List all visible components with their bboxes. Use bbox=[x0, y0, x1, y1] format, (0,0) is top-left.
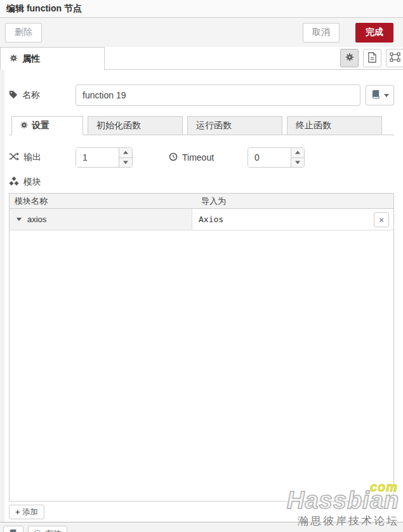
function-tabs: 设置 初始化函数 运行函数 终止函数 bbox=[9, 116, 394, 135]
outputs-spin-buttons bbox=[119, 148, 132, 167]
tag-icon bbox=[9, 90, 18, 101]
outputs-decrement-button[interactable] bbox=[119, 158, 132, 168]
tab-run-function[interactable]: 运行函数 bbox=[187, 116, 282, 135]
valid-indicator[interactable]: 有效 bbox=[28, 526, 67, 532]
book-icon bbox=[9, 529, 18, 532]
label-options-button[interactable] bbox=[366, 85, 394, 105]
done-button[interactable]: 完成 bbox=[355, 23, 393, 43]
module-name-value: axios bbox=[27, 215, 46, 224]
tab-setup-label: 设置 bbox=[32, 120, 50, 131]
library-button[interactable] bbox=[3, 526, 23, 532]
module-name-select[interactable]: axios bbox=[10, 209, 192, 230]
outputs-timeout-row: 输出 Timeout bbox=[9, 147, 394, 168]
outputs-input[interactable] bbox=[76, 148, 119, 167]
outputs-increment-button[interactable] bbox=[119, 148, 132, 158]
gear-icon bbox=[20, 121, 28, 131]
tab-stop-function[interactable]: 终止函数 bbox=[287, 116, 382, 135]
name-label: 名称 bbox=[9, 90, 76, 101]
gear-icon bbox=[345, 53, 354, 63]
dialog-title: 编辑 function 节点 bbox=[0, 0, 403, 18]
tray-edge-strip bbox=[0, 70, 4, 522]
tab-init-function[interactable]: 初始化函数 bbox=[88, 116, 183, 135]
shuffle-icon bbox=[9, 152, 19, 163]
chevron-down-icon bbox=[384, 94, 389, 97]
remove-module-button[interactable]: × bbox=[374, 212, 389, 227]
document-icon bbox=[367, 52, 377, 65]
name-row: 名称 bbox=[9, 84, 394, 106]
module-list-header: 模块名称 导入为 bbox=[10, 194, 393, 209]
timeout-spin-buttons bbox=[291, 148, 304, 167]
modules-section-label: 模块 bbox=[9, 176, 394, 189]
column-module-name: 模块名称 bbox=[10, 196, 192, 207]
cancel-button[interactable]: 取消 bbox=[303, 23, 340, 43]
selection-box-icon bbox=[390, 52, 400, 64]
gear-icon bbox=[10, 54, 18, 64]
timeout-stepper bbox=[248, 147, 305, 168]
modules-label-text: 模块 bbox=[23, 176, 41, 188]
edit-form: 名称 bbox=[0, 84, 403, 519]
valid-label: 有效 bbox=[45, 528, 62, 532]
delete-button[interactable]: 删除 bbox=[5, 23, 42, 43]
outputs-label-text: 输出 bbox=[23, 152, 41, 163]
tray-tabbar: 属性 bbox=[0, 47, 403, 70]
tray-tab-actions bbox=[340, 49, 403, 67]
clock-icon bbox=[169, 152, 178, 163]
tray-toolbar: 删除 取消 完成 bbox=[0, 18, 403, 47]
caret-down-icon bbox=[17, 218, 22, 221]
tab-init-label: 初始化函数 bbox=[96, 120, 141, 131]
add-module-button[interactable]: + 添加 bbox=[9, 505, 44, 519]
editor-footer: 有效 bbox=[0, 522, 403, 532]
timeout-label: Timeout bbox=[169, 152, 217, 163]
tab-run-label: 运行函数 bbox=[196, 120, 232, 131]
add-module-label: 添加 bbox=[23, 507, 38, 517]
tab-properties[interactable]: 属性 bbox=[0, 47, 105, 70]
module-import-input[interactable] bbox=[192, 214, 338, 225]
tab-stop-label: 终止函数 bbox=[296, 120, 331, 131]
outputs-label: 输出 bbox=[9, 152, 76, 163]
timeout-input[interactable] bbox=[248, 148, 291, 167]
plus-icon: + bbox=[15, 507, 20, 517]
tab-setup[interactable]: 设置 bbox=[11, 116, 83, 135]
appearance-view-button[interactable] bbox=[386, 49, 403, 67]
tab-properties-label: 属性 bbox=[22, 53, 40, 65]
book-icon bbox=[371, 90, 381, 101]
module-import-cell bbox=[192, 209, 393, 230]
module-list: 模块名称 导入为 axios × bbox=[9, 193, 394, 502]
column-import-as: 导入为 bbox=[192, 196, 226, 207]
timeout-increment-button[interactable] bbox=[291, 148, 304, 158]
cubes-icon bbox=[9, 176, 19, 188]
timeout-label-text: Timeout bbox=[182, 152, 214, 163]
name-input[interactable] bbox=[76, 84, 360, 106]
module-row: axios × bbox=[10, 209, 393, 230]
name-label-text: 名称 bbox=[22, 90, 40, 101]
timeout-decrement-button[interactable] bbox=[291, 158, 304, 168]
outputs-stepper bbox=[76, 147, 133, 168]
description-view-button[interactable] bbox=[363, 49, 381, 67]
properties-view-button[interactable] bbox=[340, 49, 359, 67]
